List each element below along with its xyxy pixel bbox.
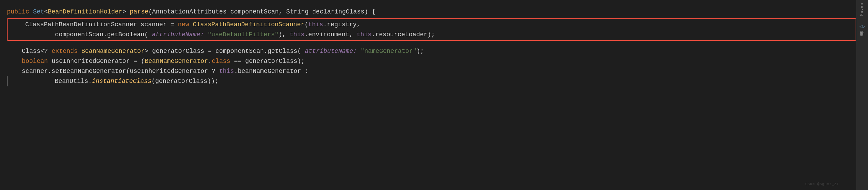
code-useinherited: useInheritedGenerator = (	[52, 56, 145, 66]
type-beannamegenerator: BeanNameGenerator	[81, 46, 145, 56]
paren-params: (AnnotationAttributes componentScan, Str…	[149, 7, 376, 17]
code-text: ClassPathBeanDefinitionScanner scanner =	[10, 20, 178, 30]
code-line-1: public Set<BeanDefinitionHolder> parse(A…	[7, 7, 856, 17]
code-line-8: BeanUtils.instantiateClass(generatorClas…	[7, 76, 856, 86]
code-beanutils: BeanUtils.	[10, 76, 92, 86]
method-parse: parse	[130, 7, 149, 17]
angle-open: <	[44, 7, 48, 17]
code-line-2: ClassPathBeanDefinitionScanner scanner =…	[8, 20, 856, 30]
code-generatorclass: > generatorClass = componentScan.getClas…	[145, 46, 305, 56]
keyword-public: public	[7, 7, 33, 17]
dot-resourceloader: .resourceLoader);	[372, 30, 435, 40]
keyword-this-2: this	[290, 30, 304, 40]
paren-comma: ),	[279, 30, 290, 40]
dot-environment: .environment,	[304, 30, 356, 40]
type-beandefinitionholder: BeanDefinitionHolder	[48, 7, 122, 17]
sidebar-icon[interactable]: ◁▷	[859, 23, 865, 30]
sidebar-second-label[interactable]: 应用服务器	[859, 37, 865, 39]
code-line-5: Class<? extends BeanNameGenerator> gener…	[7, 46, 856, 56]
code-line-7: scanner.setBeanNameGenerator(useInherite…	[7, 66, 856, 76]
indent-bar	[7, 76, 8, 86]
highlighted-code-block: ClassPathBeanDefinitionScanner scanner =…	[7, 18, 856, 41]
paren-open: (	[304, 20, 308, 30]
keyword-this-4: this	[219, 66, 234, 76]
code-text-class: Class<?	[7, 46, 52, 56]
code-line-6: boolean useInheritedGenerator = (BeanNam…	[7, 56, 856, 66]
dot-registry: .registry,	[323, 20, 360, 30]
type-set: Set	[33, 7, 44, 17]
watermark: CSDN @Sgumt_ZT	[805, 182, 839, 187]
keyword-new: new	[178, 20, 193, 30]
type-beannamegenerator-2: BeanNameGenerator	[145, 56, 208, 66]
dot-class: .	[208, 56, 212, 66]
keyword-class: class	[212, 56, 230, 66]
right-sidebar: Maven ◁▷ 应用服务器	[856, 0, 868, 190]
code-line-3: componentScan.getBoolean( attributeName:…	[8, 30, 856, 40]
code-text-indent: componentScan.getBoolean(	[10, 30, 152, 40]
sidebar-maven-label[interactable]: Maven	[859, 3, 865, 16]
param-hint-namegenerator: attributeName:	[305, 46, 361, 56]
string-usedefaultfilters: "useDefaultFilters"	[208, 30, 279, 40]
code-equals-generatorclass: == generatorClass);	[230, 56, 305, 66]
code-line-blank	[7, 42, 856, 46]
class-classpathbeandefinitionscanner: ClassPathBeanDefinitionScanner	[193, 20, 304, 30]
string-namegenerator: "nameGenerator"	[361, 46, 416, 56]
keyword-extends: extends	[52, 46, 81, 56]
code-generatorclass-paren: (generatorClass));	[151, 76, 218, 86]
param-hint-attributename: attributeName:	[152, 30, 208, 40]
code-setbeanname: scanner.setBeanNameGenerator(useInherite…	[7, 66, 219, 76]
keyword-this-1: this	[308, 20, 323, 30]
keyword-this-3: this	[357, 30, 372, 40]
keyword-boolean: boolean	[7, 56, 52, 66]
method-instantiateclass: instantiateClass	[92, 76, 152, 86]
code-editor: public Set<BeanDefinitionHolder> parse(A…	[0, 0, 856, 190]
code-semicolon-5: );	[416, 46, 424, 56]
dot-beannamegenerator: .beanNameGenerator :	[234, 66, 309, 76]
angle-close: >	[122, 7, 130, 17]
watermark-text: CSDN @Sgumt_ZT	[805, 182, 839, 186]
